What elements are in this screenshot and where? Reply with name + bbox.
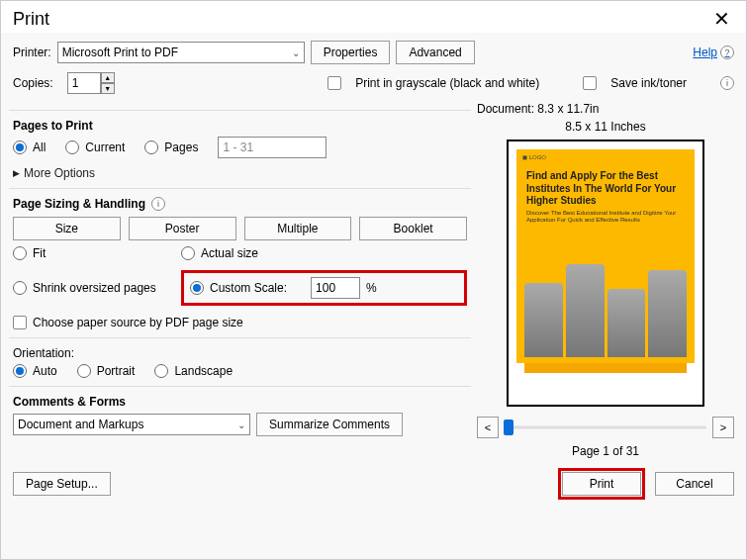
preview-photo [524, 233, 687, 363]
shrink-radio[interactable] [13, 281, 27, 295]
orient-auto-radio[interactable] [13, 364, 27, 378]
slider-thumb[interactable] [504, 420, 514, 435]
pages-range-input[interactable] [218, 137, 327, 158]
pages-all-label: All [33, 140, 46, 154]
more-options-label: More Options [24, 166, 95, 180]
orient-auto-label: Auto [33, 364, 57, 378]
help-label: Help [693, 46, 717, 59]
orient-portrait-label: Portrait [97, 364, 136, 378]
cancel-button[interactable]: Cancel [655, 472, 734, 496]
page-indicator: Page 1 of 31 [477, 444, 734, 458]
print-preview: ◼ LOGO Find and Apply For the Best Insti… [507, 140, 704, 407]
copies-input[interactable] [67, 72, 101, 94]
copies-label: Copies: [13, 76, 53, 90]
window-title: Print [13, 9, 49, 30]
printer-value: Microsoft Print to PDF [62, 46, 178, 59]
fit-radio[interactable] [13, 246, 27, 260]
orientation-heading: Orientation: [13, 346, 467, 360]
poster-button[interactable]: Poster [129, 217, 236, 240]
chevron-down-icon: ⌄ [292, 47, 300, 58]
preview-title: Find and Apply For the Best Institutes I… [516, 164, 695, 210]
printer-select[interactable]: Microsoft Print to PDF ⌄ [57, 42, 305, 63]
pages-current-radio[interactable] [65, 140, 79, 154]
orient-landscape-label: Landscape [174, 364, 233, 378]
paper-size-label: 8.5 x 11 Inches [477, 120, 734, 134]
orient-landscape-radio[interactable] [154, 364, 168, 378]
grayscale-label: Print in grayscale (black and white) [355, 76, 539, 90]
booklet-button[interactable]: Booklet [359, 217, 467, 240]
custom-scale-input[interactable] [311, 277, 360, 299]
multiple-button[interactable]: Multiple [244, 217, 352, 240]
close-icon[interactable]: ✕ [707, 7, 736, 31]
advanced-button[interactable]: Advanced [396, 41, 474, 64]
print-button[interactable]: Print [562, 472, 641, 496]
custom-scale-radio[interactable] [190, 281, 204, 295]
pages-range-label: Pages [164, 140, 198, 154]
actual-radio[interactable] [181, 246, 195, 260]
triangle-right-icon: ▶ [13, 168, 20, 178]
save-ink-info-icon[interactable]: i [720, 76, 734, 90]
pages-current-label: Current [85, 140, 125, 154]
size-button[interactable]: Size [13, 217, 121, 240]
page-setup-button[interactable]: Page Setup... [13, 472, 111, 496]
pages-all-radio[interactable] [13, 140, 27, 154]
custom-scale-group: Custom Scale: % [181, 270, 467, 306]
grayscale-checkbox[interactable] [327, 76, 341, 90]
percent-label: % [366, 281, 377, 295]
page-slider[interactable] [505, 418, 706, 437]
choose-paper-checkbox[interactable] [13, 316, 27, 329]
comments-value: Document and Markups [18, 418, 143, 431]
save-ink-checkbox[interactable] [583, 76, 597, 90]
more-options-toggle[interactable]: ▶ More Options [13, 166, 467, 180]
copies-up-icon[interactable]: ▲ [101, 72, 115, 83]
actual-label: Actual size [201, 246, 258, 260]
preview-logo: ◼ LOGO [516, 149, 695, 164]
sizing-info-icon[interactable]: i [151, 197, 165, 211]
copies-down-icon[interactable]: ▼ [101, 83, 115, 94]
printer-label: Printer: [13, 46, 51, 59]
comments-heading: Comments & Forms [13, 395, 467, 409]
prev-page-button[interactable]: < [477, 417, 499, 438]
pages-range-radio[interactable] [144, 140, 158, 154]
preview-subtitle: Discover The Best Educational Institute … [516, 210, 695, 230]
print-highlight: Print [558, 468, 645, 500]
shrink-label: Shrink oversized pages [33, 281, 156, 295]
custom-scale-label: Custom Scale: [210, 281, 287, 295]
help-info-icon: ? [720, 46, 734, 59]
orient-portrait-radio[interactable] [77, 364, 91, 378]
chevron-down-icon: ⌄ [237, 420, 245, 430]
sizing-heading: Page Sizing & Handling [13, 197, 145, 211]
next-page-button[interactable]: > [712, 417, 734, 438]
properties-button[interactable]: Properties [311, 41, 391, 64]
doc-dims-label: Document: 8.3 x 11.7in [477, 102, 734, 116]
save-ink-label: Save ink/toner [610, 76, 687, 90]
summarize-button[interactable]: Summarize Comments [256, 413, 403, 436]
pages-heading: Pages to Print [13, 119, 467, 133]
choose-paper-label: Choose paper source by PDF page size [33, 316, 243, 329]
fit-label: Fit [33, 246, 46, 260]
help-link[interactable]: Help ? [693, 46, 734, 59]
comments-select[interactable]: Document and Markups ⌄ [13, 414, 250, 435]
